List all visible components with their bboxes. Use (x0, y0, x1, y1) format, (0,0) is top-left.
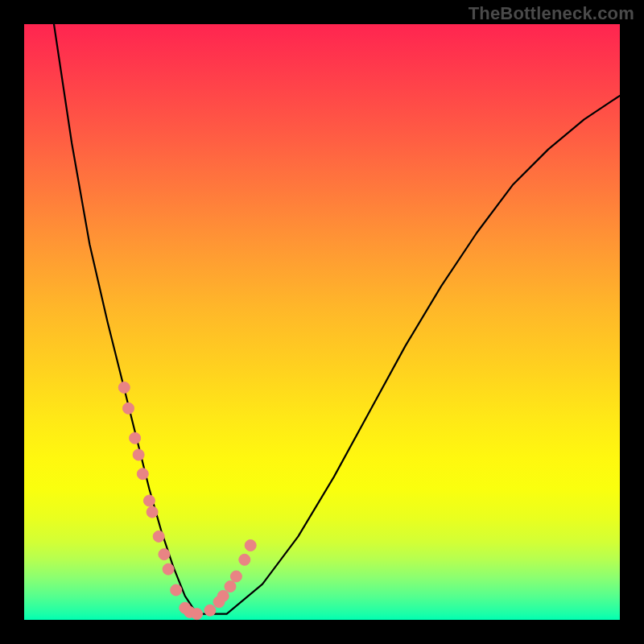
scatter-dot (159, 549, 170, 560)
bottleneck-curve (54, 24, 620, 614)
scatter-dot (130, 432, 141, 444)
plot-area (24, 24, 620, 620)
scatter-dot (133, 449, 144, 460)
scatter-dot (137, 469, 148, 480)
scatter-dot (123, 402, 134, 414)
scatter-dot (118, 382, 130, 393)
scatter-dot (204, 605, 216, 616)
scatter-dot (192, 609, 203, 620)
scatter-dots (118, 382, 256, 619)
scatter-dot (245, 540, 256, 551)
scatter-dot (153, 530, 164, 542)
scatter-dot (147, 506, 158, 518)
scatter-dot (225, 581, 236, 592)
chart-frame: TheBottleneck.com (0, 0, 644, 644)
scatter-dot (217, 590, 229, 601)
scatter-dot (230, 571, 242, 582)
watermark-text: TheBottleneck.com (469, 3, 634, 24)
scatter-dot (143, 495, 155, 506)
chart-svg (24, 24, 620, 620)
scatter-dot (171, 584, 182, 596)
scatter-dot (163, 564, 174, 575)
scatter-dot (239, 554, 250, 565)
